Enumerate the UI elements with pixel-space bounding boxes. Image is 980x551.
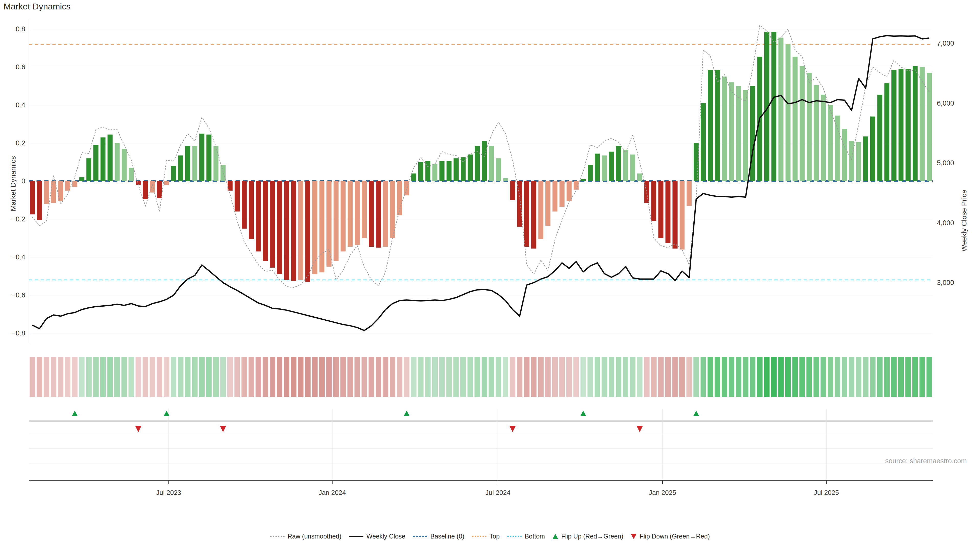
heatmap-cell[interactable]	[37, 357, 42, 397]
md-bar[interactable]	[715, 70, 720, 181]
heatmap-cell[interactable]	[340, 357, 346, 397]
md-bar[interactable]	[687, 181, 692, 206]
md-bar[interactable]	[595, 154, 600, 181]
md-bar[interactable]	[679, 181, 685, 249]
md-bar[interactable]	[510, 181, 515, 200]
heatmap-cell[interactable]	[242, 357, 247, 397]
heatmap-cell[interactable]	[828, 357, 833, 397]
heatmap-cell[interactable]	[58, 357, 64, 397]
heatmap-cell[interactable]	[891, 357, 897, 397]
heatmap-cell[interactable]	[587, 357, 593, 397]
heatmap-cell[interactable]	[369, 357, 374, 397]
legend-item-4[interactable]: Bottom	[508, 533, 545, 540]
md-bar[interactable]	[729, 83, 734, 181]
md-bar[interactable]	[475, 146, 480, 181]
heatmap-cell[interactable]	[86, 357, 92, 397]
md-bar[interactable]	[326, 181, 331, 267]
heatmap-cell[interactable]	[284, 357, 290, 397]
heatmap-cell[interactable]	[694, 357, 699, 397]
md-bar[interactable]	[708, 70, 713, 181]
md-bar[interactable]	[468, 155, 473, 181]
heatmap-cell[interactable]	[672, 357, 678, 397]
heatmap-cell[interactable]	[510, 357, 515, 397]
md-bar[interactable]	[100, 138, 106, 181]
md-bar[interactable]	[800, 66, 805, 181]
heatmap-cell[interactable]	[877, 357, 883, 397]
heatmap-cell[interactable]	[482, 357, 487, 397]
heatmap-cell[interactable]	[199, 357, 205, 397]
heatmap-cell[interactable]	[319, 357, 325, 397]
md-bar[interactable]	[870, 117, 875, 181]
heatmap-cell[interactable]	[72, 357, 78, 397]
flip-up-marker[interactable]	[693, 411, 699, 416]
heatmap-cell[interactable]	[517, 357, 522, 397]
heatmap-cell[interactable]	[835, 357, 840, 397]
md-bar[interactable]	[291, 181, 296, 281]
md-bar[interactable]	[129, 168, 134, 181]
md-bar[interactable]	[404, 181, 409, 195]
heatmap-cell[interactable]	[220, 357, 226, 397]
md-bar[interactable]	[107, 135, 113, 181]
heatmap-cell[interactable]	[729, 357, 735, 397]
heatmap-cell[interactable]	[107, 357, 113, 397]
heatmap-cell[interactable]	[121, 357, 127, 397]
md-bar[interactable]	[284, 181, 289, 280]
md-bar[interactable]	[835, 116, 840, 181]
md-bar[interactable]	[673, 181, 678, 248]
heatmap-cell[interactable]	[524, 357, 530, 397]
md-bar[interactable]	[277, 181, 282, 274]
legend-item-1[interactable]: Weekly Close	[349, 533, 405, 540]
md-bar[interactable]	[623, 150, 628, 181]
heatmap-cell[interactable]	[503, 357, 508, 397]
md-bar[interactable]	[447, 161, 452, 181]
md-bar[interactable]	[651, 181, 656, 221]
md-bar[interactable]	[432, 164, 438, 181]
heatmap-cell[interactable]	[912, 357, 918, 397]
md-bar[interactable]	[234, 181, 240, 211]
md-bar[interactable]	[899, 69, 904, 181]
heatmap-cell[interactable]	[700, 357, 706, 397]
md-bar[interactable]	[659, 181, 663, 238]
md-bar[interactable]	[341, 181, 346, 251]
md-bar[interactable]	[496, 159, 501, 181]
flip-down-marker[interactable]	[510, 426, 516, 432]
heatmap-cell[interactable]	[157, 357, 162, 397]
heatmap-cell[interactable]	[432, 357, 438, 397]
heatmap-cell[interactable]	[778, 357, 784, 397]
heatmap-cell[interactable]	[468, 357, 473, 397]
heatmap-cell[interactable]	[538, 357, 544, 397]
md-bar[interactable]	[228, 181, 233, 191]
heatmap-cell[interactable]	[905, 357, 911, 397]
flip-down-marker[interactable]	[637, 426, 643, 432]
md-bar[interactable]	[913, 66, 918, 181]
heatmap-cell[interactable]	[616, 357, 621, 397]
md-bar[interactable]	[143, 181, 148, 199]
heatmap-cell[interactable]	[679, 357, 685, 397]
md-bar[interactable]	[637, 173, 642, 181]
heatmap-cell[interactable]	[291, 357, 297, 397]
md-bar[interactable]	[602, 156, 607, 181]
heatmap-cell[interactable]	[411, 357, 417, 397]
md-bar[interactable]	[320, 181, 325, 272]
md-bar[interactable]	[242, 181, 247, 229]
md-bar[interactable]	[877, 95, 883, 181]
heatmap-cell[interactable]	[799, 357, 805, 397]
legend-item-6[interactable]: Flip Down (Green→Red)	[631, 533, 710, 540]
md-bar[interactable]	[778, 38, 783, 181]
legend-item-3[interactable]: Top	[472, 533, 500, 540]
heatmap-cell[interactable]	[658, 357, 664, 397]
md-bar[interactable]	[362, 181, 367, 238]
heatmap-cell[interactable]	[785, 357, 791, 397]
heatmap-cell[interactable]	[545, 357, 551, 397]
heatmap-cell[interactable]	[171, 357, 177, 397]
heatmap-cell[interactable]	[355, 357, 360, 397]
md-bar[interactable]	[439, 161, 445, 181]
heatmap-cell[interactable]	[228, 357, 233, 397]
heatmap-cell[interactable]	[439, 357, 445, 397]
md-bar[interactable]	[44, 181, 49, 204]
md-bar[interactable]	[157, 181, 162, 198]
heatmap-cell[interactable]	[362, 357, 367, 397]
heatmap-cell[interactable]	[842, 357, 847, 397]
md-bar[interactable]	[249, 181, 254, 239]
md-bar[interactable]	[461, 157, 466, 181]
